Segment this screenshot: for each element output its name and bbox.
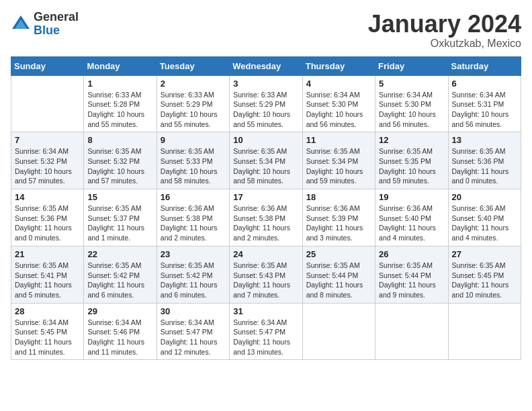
day-info: Sunrise: 6:35 AM Sunset: 5:37 PM Dayligh… xyxy=(87,203,152,243)
calendar-cell: 20Sunrise: 6:36 AM Sunset: 5:40 PM Dayli… xyxy=(448,189,521,246)
day-number: 5 xyxy=(379,79,444,89)
day-info: Sunrise: 6:35 AM Sunset: 5:42 PM Dayligh… xyxy=(87,261,152,300)
day-number: 15 xyxy=(87,192,152,202)
day-number: 31 xyxy=(233,306,298,316)
calendar-cell: 31Sunrise: 6:34 AM Sunset: 5:47 PM Dayli… xyxy=(230,303,302,360)
day-info: Sunrise: 6:34 AM Sunset: 5:46 PM Dayligh… xyxy=(87,318,152,357)
header-friday: Friday xyxy=(375,56,448,75)
week-row-1: 7Sunrise: 6:34 AM Sunset: 5:32 PM Daylig… xyxy=(11,132,521,189)
calendar-cell: 8Sunrise: 6:35 AM Sunset: 5:32 PM Daylig… xyxy=(84,132,157,189)
day-info: Sunrise: 6:35 AM Sunset: 5:45 PM Dayligh… xyxy=(452,261,517,300)
day-info: Sunrise: 6:35 AM Sunset: 5:32 PM Dayligh… xyxy=(87,146,152,186)
header-wednesday: Wednesday xyxy=(230,56,302,75)
day-info: Sunrise: 6:35 AM Sunset: 5:33 PM Dayligh… xyxy=(161,146,226,186)
day-info: Sunrise: 6:34 AM Sunset: 5:30 PM Dayligh… xyxy=(379,90,444,130)
week-row-0: 1Sunrise: 6:33 AM Sunset: 5:28 PM Daylig… xyxy=(11,75,521,132)
day-info: Sunrise: 6:35 AM Sunset: 5:34 PM Dayligh… xyxy=(306,146,371,186)
day-info: Sunrise: 6:36 AM Sunset: 5:38 PM Dayligh… xyxy=(161,203,226,243)
calendar-cell: 3Sunrise: 6:33 AM Sunset: 5:29 PM Daylig… xyxy=(230,75,302,132)
week-row-3: 21Sunrise: 6:35 AM Sunset: 5:41 PM Dayli… xyxy=(11,246,521,303)
calendar-cell: 30Sunrise: 6:34 AM Sunset: 5:47 PM Dayli… xyxy=(157,303,229,360)
day-number: 8 xyxy=(87,135,152,145)
week-row-4: 28Sunrise: 6:34 AM Sunset: 5:45 PM Dayli… xyxy=(11,303,521,360)
calendar-cell xyxy=(11,75,84,132)
logo-blue: Blue xyxy=(34,24,79,38)
week-row-2: 14Sunrise: 6:35 AM Sunset: 5:36 PM Dayli… xyxy=(11,189,521,246)
day-number: 13 xyxy=(452,135,517,145)
day-info: Sunrise: 6:34 AM Sunset: 5:30 PM Dayligh… xyxy=(306,90,371,130)
title-area: January 2024 Oxkutzkab, Mexico xyxy=(368,11,521,50)
day-number: 22 xyxy=(87,249,152,259)
calendar-cell: 15Sunrise: 6:35 AM Sunset: 5:37 PM Dayli… xyxy=(84,189,157,246)
header-tuesday: Tuesday xyxy=(157,56,229,75)
day-info: Sunrise: 6:34 AM Sunset: 5:47 PM Dayligh… xyxy=(161,318,226,357)
logo-general: General xyxy=(34,11,79,24)
calendar-cell: 10Sunrise: 6:35 AM Sunset: 5:34 PM Dayli… xyxy=(230,132,302,189)
day-info: Sunrise: 6:34 AM Sunset: 5:45 PM Dayligh… xyxy=(15,318,80,357)
calendar-cell: 23Sunrise: 6:35 AM Sunset: 5:42 PM Dayli… xyxy=(157,246,229,303)
calendar-cell: 25Sunrise: 6:35 AM Sunset: 5:44 PM Dayli… xyxy=(302,246,375,303)
calendar-cell: 19Sunrise: 6:36 AM Sunset: 5:40 PM Dayli… xyxy=(375,189,448,246)
calendar-cell: 14Sunrise: 6:35 AM Sunset: 5:36 PM Dayli… xyxy=(11,189,84,246)
header-row: SundayMondayTuesdayWednesdayThursdayFrid… xyxy=(11,56,521,75)
day-info: Sunrise: 6:35 AM Sunset: 5:36 PM Dayligh… xyxy=(452,146,517,186)
calendar-cell: 18Sunrise: 6:36 AM Sunset: 5:39 PM Dayli… xyxy=(302,189,375,246)
day-number: 26 xyxy=(379,249,444,259)
day-info: Sunrise: 6:34 AM Sunset: 5:31 PM Dayligh… xyxy=(452,90,517,130)
day-info: Sunrise: 6:34 AM Sunset: 5:32 PM Dayligh… xyxy=(15,146,80,186)
calendar-cell: 24Sunrise: 6:35 AM Sunset: 5:43 PM Dayli… xyxy=(230,246,302,303)
calendar-cell xyxy=(302,303,375,360)
day-number: 10 xyxy=(233,135,298,145)
day-number: 7 xyxy=(15,135,80,145)
calendar-cell: 28Sunrise: 6:34 AM Sunset: 5:45 PM Dayli… xyxy=(11,303,84,360)
calendar-cell: 22Sunrise: 6:35 AM Sunset: 5:42 PM Dayli… xyxy=(84,246,157,303)
day-info: Sunrise: 6:33 AM Sunset: 5:29 PM Dayligh… xyxy=(161,90,226,130)
calendar-cell: 6Sunrise: 6:34 AM Sunset: 5:31 PM Daylig… xyxy=(448,75,521,132)
day-number: 24 xyxy=(233,249,298,259)
day-info: Sunrise: 6:35 AM Sunset: 5:41 PM Dayligh… xyxy=(15,261,80,300)
day-number: 19 xyxy=(379,192,444,202)
calendar-cell: 21Sunrise: 6:35 AM Sunset: 5:41 PM Dayli… xyxy=(11,246,84,303)
calendar-table: SundayMondayTuesdayWednesdayThursdayFrid… xyxy=(11,56,521,361)
calendar-cell xyxy=(375,303,448,360)
day-number: 9 xyxy=(161,135,226,145)
day-number: 18 xyxy=(306,192,371,202)
calendar-cell: 29Sunrise: 6:34 AM Sunset: 5:46 PM Dayli… xyxy=(84,303,157,360)
calendar-cell: 13Sunrise: 6:35 AM Sunset: 5:36 PM Dayli… xyxy=(448,132,521,189)
day-info: Sunrise: 6:36 AM Sunset: 5:40 PM Dayligh… xyxy=(452,203,517,243)
calendar-cell: 27Sunrise: 6:35 AM Sunset: 5:45 PM Dayli… xyxy=(448,246,521,303)
calendar-cell xyxy=(448,303,521,360)
calendar-cell: 7Sunrise: 6:34 AM Sunset: 5:32 PM Daylig… xyxy=(11,132,84,189)
calendar-cell: 17Sunrise: 6:36 AM Sunset: 5:38 PM Dayli… xyxy=(230,189,302,246)
logo-icon xyxy=(11,14,31,34)
day-info: Sunrise: 6:35 AM Sunset: 5:36 PM Dayligh… xyxy=(15,203,80,243)
day-info: Sunrise: 6:36 AM Sunset: 5:39 PM Dayligh… xyxy=(306,203,371,243)
calendar-cell: 16Sunrise: 6:36 AM Sunset: 5:38 PM Dayli… xyxy=(157,189,229,246)
day-number: 14 xyxy=(15,192,80,202)
day-info: Sunrise: 6:33 AM Sunset: 5:29 PM Dayligh… xyxy=(233,90,298,130)
day-number: 23 xyxy=(161,249,226,259)
header-thursday: Thursday xyxy=(302,56,375,75)
day-number: 1 xyxy=(87,79,152,89)
day-number: 21 xyxy=(15,249,80,259)
calendar-cell: 2Sunrise: 6:33 AM Sunset: 5:29 PM Daylig… xyxy=(157,75,229,132)
day-number: 25 xyxy=(306,249,371,259)
day-number: 29 xyxy=(87,306,152,316)
calendar-cell: 11Sunrise: 6:35 AM Sunset: 5:34 PM Dayli… xyxy=(302,132,375,189)
day-info: Sunrise: 6:34 AM Sunset: 5:47 PM Dayligh… xyxy=(233,318,298,357)
day-number: 16 xyxy=(161,192,226,202)
day-number: 17 xyxy=(233,192,298,202)
logo: General Blue xyxy=(11,11,79,38)
logo-text: General Blue xyxy=(34,11,79,38)
day-number: 3 xyxy=(233,79,298,89)
day-number: 12 xyxy=(379,135,444,145)
day-number: 20 xyxy=(452,192,517,202)
calendar-cell: 12Sunrise: 6:35 AM Sunset: 5:35 PM Dayli… xyxy=(375,132,448,189)
month-title: January 2024 xyxy=(368,11,521,38)
day-info: Sunrise: 6:36 AM Sunset: 5:40 PM Dayligh… xyxy=(379,203,444,243)
day-info: Sunrise: 6:35 AM Sunset: 5:35 PM Dayligh… xyxy=(379,146,444,186)
location: Oxkutzkab, Mexico xyxy=(368,38,521,50)
day-number: 4 xyxy=(306,79,371,89)
page-header: General Blue January 2024 Oxkutzkab, Mex… xyxy=(11,11,521,50)
day-number: 30 xyxy=(161,306,226,316)
